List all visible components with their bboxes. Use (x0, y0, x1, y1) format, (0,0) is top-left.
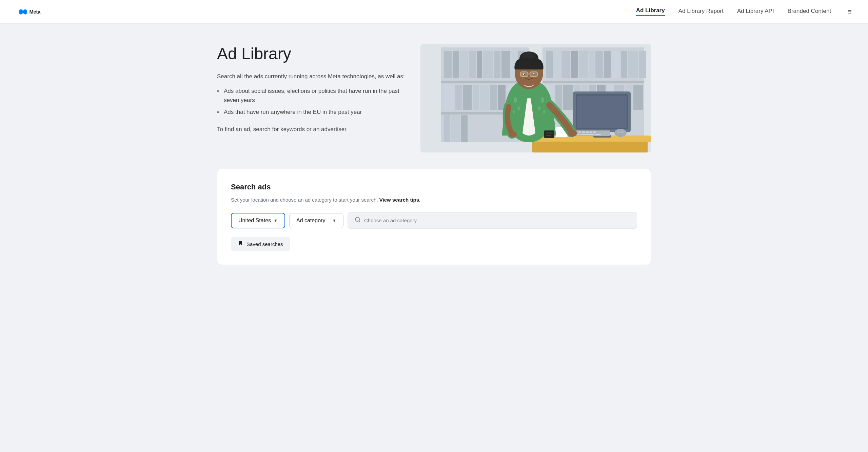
search-controls-row: United States ▼ Ad category ▼ (231, 212, 637, 229)
bookmark-icon (238, 240, 243, 248)
search-icon (355, 217, 361, 224)
meta-logo-svg: Meta (16, 7, 43, 17)
subtitle-text: Set your location and choose an ad categ… (231, 197, 378, 203)
hero-description: Search all the ads currently running acr… (217, 72, 407, 81)
category-search-input[interactable] (364, 218, 630, 223)
svg-rect-102 (420, 44, 651, 152)
view-search-tips-link[interactable]: View search tips. (379, 197, 420, 203)
svg-text:Meta: Meta (29, 9, 41, 15)
saved-searches-button[interactable]: Saved searches (231, 237, 290, 251)
category-dropdown-arrow: ▼ (332, 218, 336, 223)
menu-icon[interactable]: ≡ (847, 7, 852, 16)
search-card-title: Search ads (231, 183, 637, 191)
meta-logo[interactable]: Meta (16, 7, 43, 17)
list-item: Ads about social issues, elections or po… (217, 86, 407, 105)
main-content: Ad Library Search all the ads currently … (190, 24, 678, 292)
hero-illustration (420, 44, 651, 152)
location-dropdown-arrow: ▼ (274, 218, 278, 223)
hero-tagline: To find an ad, search for keywords or an… (217, 125, 407, 134)
hero-title: Ad Library (217, 44, 407, 64)
hero-list: Ads about social issues, elections or po… (217, 86, 407, 117)
svg-line-104 (359, 221, 360, 222)
ad-category-dropdown[interactable]: Ad category ▼ (289, 213, 343, 228)
hero-section: Ad Library Search all the ads currently … (217, 44, 651, 152)
nav-ad-library[interactable]: Ad Library (636, 7, 665, 16)
search-card: Search ads Set your location and choose … (217, 169, 651, 265)
location-dropdown[interactable]: United States ▼ (231, 213, 285, 228)
list-item: Ads that have run anywhere in the EU in … (217, 107, 407, 117)
search-card-subtitle: Set your location and choose an ad categ… (231, 197, 637, 203)
category-label: Ad category (296, 218, 325, 224)
navbar-nav: Ad Library Ad Library Report Ad Library … (636, 7, 852, 16)
nav-ad-library-report[interactable]: Ad Library Report (678, 8, 724, 16)
location-label: United States (238, 218, 271, 224)
hero-text: Ad Library Search all the ads currently … (217, 44, 420, 134)
nav-ad-library-api[interactable]: Ad Library API (737, 8, 774, 16)
illustration-svg (420, 44, 651, 152)
navbar: Meta Ad Library Ad Library Report Ad Lib… (0, 0, 868, 24)
saved-searches-label: Saved searches (246, 241, 283, 247)
search-input-wrapper (348, 212, 637, 229)
nav-branded-content[interactable]: Branded Content (788, 8, 831, 16)
